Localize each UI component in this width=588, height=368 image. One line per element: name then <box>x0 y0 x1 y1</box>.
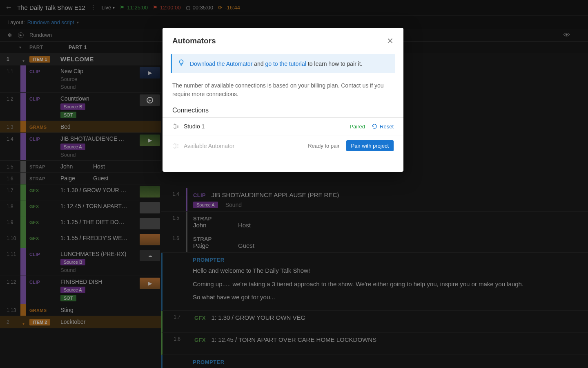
reset-link[interactable]: Reset <box>372 123 394 130</box>
connection-name: Available Automator <box>184 143 308 149</box>
connection-row: Available Automator Ready to pair Pair w… <box>163 135 403 156</box>
automator-icon <box>172 123 180 130</box>
ready-status: Ready to pair <box>308 143 339 149</box>
modal-title: Automators <box>172 36 216 45</box>
close-icon[interactable]: ✕ <box>387 36 394 46</box>
automators-modal: Automators ✕ Download the Automator and … <box>163 28 403 172</box>
connection-name: Studio 1 <box>184 123 350 130</box>
connections-header: Connections <box>163 100 403 118</box>
billing-plan-text: The number of available connections is b… <box>163 76 403 100</box>
pair-button[interactable]: Pair with project <box>346 140 394 151</box>
lightbulb-icon <box>178 59 185 68</box>
paired-status: Paired <box>350 123 365 130</box>
connection-row: Studio 1 Paired Reset <box>163 118 403 135</box>
automator-icon <box>172 142 180 150</box>
download-link[interactable]: Download the Automator <box>190 61 252 67</box>
info-banner: Download the Automator and go to the tut… <box>171 54 395 73</box>
tutorial-link[interactable]: go to the tutorial <box>265 61 306 67</box>
